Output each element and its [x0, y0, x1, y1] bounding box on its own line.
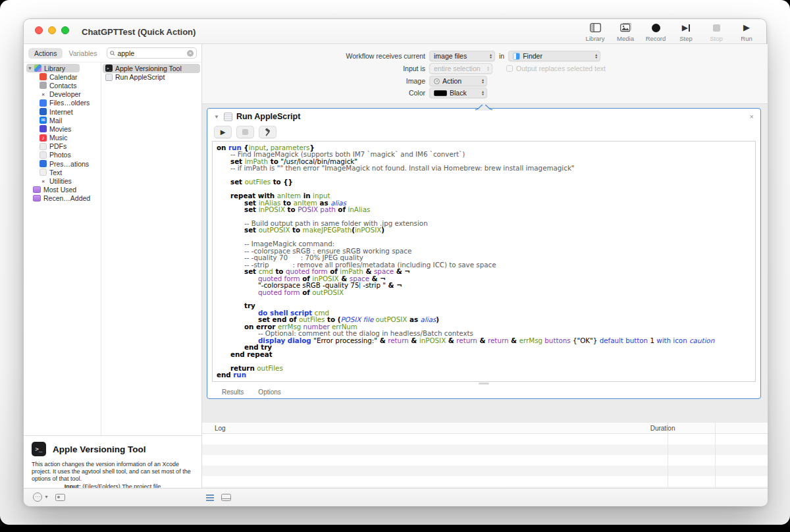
search-value: apple: [117, 49, 187, 57]
stop-icon: [713, 21, 720, 34]
tab-variables[interactable]: Variables: [63, 48, 103, 59]
log-column-divider: [668, 423, 668, 488]
toolbar-step-button[interactable]: ▶Step: [674, 21, 698, 42]
sidebar-item-recen-added[interactable]: Recen…Added: [24, 194, 101, 203]
action-toolbar: ▶: [214, 126, 276, 138]
movies-icon: [40, 125, 47, 132]
workflow-config: Workflow receives current image files▲▼ …: [202, 44, 768, 103]
tab-options[interactable]: Options: [258, 388, 280, 396]
photos-icon: [40, 151, 47, 159]
terminal-icon: >_: [32, 442, 46, 456]
input-type-popup[interactable]: image files▲▼: [429, 51, 495, 61]
minimize-window-button[interactable]: [48, 26, 56, 34]
calendar-icon: [40, 73, 47, 80]
tab-actions[interactable]: Actions: [28, 48, 63, 59]
close-window-button[interactable]: [35, 26, 43, 34]
window-title: ChatGPTTest (Quick Action): [82, 27, 196, 37]
log-list-toggle[interactable]: [206, 494, 214, 501]
folder-icon: [33, 186, 41, 193]
step-icon: ▶: [682, 21, 691, 34]
sidebar-item-most-used[interactable]: Most Used: [24, 186, 101, 194]
applescript-icon: [224, 113, 232, 121]
media-browser-toggle[interactable]: [55, 494, 65, 501]
sidebar-item-pres-ations[interactable]: Pres…ations: [24, 159, 101, 168]
sidebar-item-mail[interactable]: ✉Mail: [24, 116, 101, 124]
log-column-header[interactable]: Log: [215, 425, 226, 432]
chevron-down-icon: ▼: [44, 494, 49, 499]
sidebar-item-files-olders[interactable]: Files…olders: [24, 99, 101, 107]
zoom-window-button[interactable]: [61, 26, 69, 34]
applescript-editor[interactable]: on run {input, parameters}-- Find ImageM…: [212, 141, 756, 382]
hammer-icon: [263, 128, 272, 136]
toolbar: LibraryMediaRecord▶StepStop▶Run: [583, 21, 758, 42]
script-compile-button[interactable]: [259, 126, 276, 138]
automator-window: ChatGPTTest (Quick Action) LibraryMediaR…: [23, 18, 767, 506]
duration-column-header[interactable]: Duration: [650, 425, 675, 432]
description-title: Apple Versioning Tool: [53, 444, 146, 454]
contacts-icon: [40, 82, 47, 89]
files-olders-icon: [40, 99, 47, 107]
disclosure-chevron-icon[interactable]: ▼: [214, 114, 219, 120]
sidebar-item-photos[interactable]: Photos: [24, 151, 101, 159]
image-popup[interactable]: Action▲▼: [429, 76, 487, 86]
resize-handle[interactable]: [479, 383, 489, 385]
sidebar-item-contacts[interactable]: Contacts: [24, 81, 101, 90]
log-body: [202, 434, 768, 488]
workflow-settings-button[interactable]: ⋯: [33, 492, 42, 502]
color-popup[interactable]: Black▲▼: [429, 88, 487, 98]
internet-icon: [40, 108, 47, 115]
search-input[interactable]: apple ×: [107, 47, 197, 59]
action-header[interactable]: ▼ Run AppleScript ×: [207, 109, 760, 124]
library-icon: [34, 65, 41, 72]
sidebar-item-music[interactable]: ♪Music: [24, 134, 101, 142]
action-glyph-icon: [434, 78, 440, 84]
search-clear-button[interactable]: ×: [187, 50, 194, 57]
sidebar-item-pdfs[interactable]: PDFs: [24, 142, 101, 151]
action-description-panel: >_ Apple Versioning Tool This action cha…: [24, 435, 201, 488]
log-panel-toggle[interactable]: [221, 494, 231, 501]
status-bar: ⋯ ▼: [24, 488, 768, 506]
library-icon: [590, 21, 601, 34]
action-close-button[interactable]: ×: [750, 113, 754, 120]
sidebar-item-developer[interactable]: ×Developer: [24, 90, 101, 99]
action-title: Run AppleScript: [236, 112, 300, 121]
pdfs-icon: [40, 143, 47, 150]
terminal-icon: >_: [105, 65, 113, 72]
tab-results[interactable]: Results: [222, 388, 244, 396]
toolbar-stop-button: Stop: [704, 21, 728, 42]
run-applescript-action[interactable]: ▼ Run AppleScript × ▶ on run {input, par…: [207, 108, 761, 399]
mail-icon: ✉: [40, 117, 47, 124]
toolbar-run-button[interactable]: ▶Run: [735, 21, 758, 42]
chevron-down-icon[interactable]: ▼: [28, 66, 32, 70]
popup-arrows-icon: ▲▼: [483, 66, 490, 71]
popup-arrows-icon: ▲▼: [486, 53, 492, 59]
library-tree: ▼Library CalendarContacts×DeveloperFiles…: [24, 64, 101, 203]
toolbar-library-button[interactable]: Library: [583, 21, 607, 42]
applescript-icon: [105, 74, 113, 81]
sidebar-item-utilities[interactable]: ×Utilities: [24, 176, 101, 185]
toolbar-media-button[interactable]: Media: [614, 21, 637, 42]
library-column-divider[interactable]: [101, 63, 101, 435]
run-icon: ▶: [743, 21, 750, 34]
toolbar-record-button[interactable]: Record: [644, 21, 668, 42]
popup-arrows-icon: ▲▼: [591, 53, 598, 59]
script-run-button[interactable]: ▶: [214, 126, 232, 138]
stop-icon: [242, 129, 248, 135]
sidebar-item-library[interactable]: ▼Library: [24, 64, 101, 72]
folder-icon: [33, 195, 41, 201]
color-swatch: [434, 90, 447, 96]
color-label: Color: [297, 89, 425, 97]
sidebar-item-text[interactable]: Text: [24, 168, 101, 176]
sidebar-item-calendar[interactable]: Calendar: [24, 72, 101, 81]
action-item-apple-versioning-tool[interactable]: >_Apple Versioning Tool: [103, 64, 200, 73]
output-replaces-checkbox: [506, 65, 513, 72]
sidebar-header: Actions Variables apple ×: [24, 44, 201, 63]
utilities-icon: ×: [40, 178, 47, 185]
sidebar-item-movies[interactable]: Movies: [24, 124, 101, 133]
output-replaces-label: Output replaces selected text: [516, 65, 606, 72]
application-popup[interactable]: Finder▲▼: [508, 51, 600, 61]
action-item-run-applescript[interactable]: Run AppleScript: [103, 73, 200, 82]
sidebar-item-internet[interactable]: Internet: [24, 107, 101, 116]
developer-icon: ×: [40, 91, 47, 98]
play-icon: ▶: [221, 128, 226, 136]
